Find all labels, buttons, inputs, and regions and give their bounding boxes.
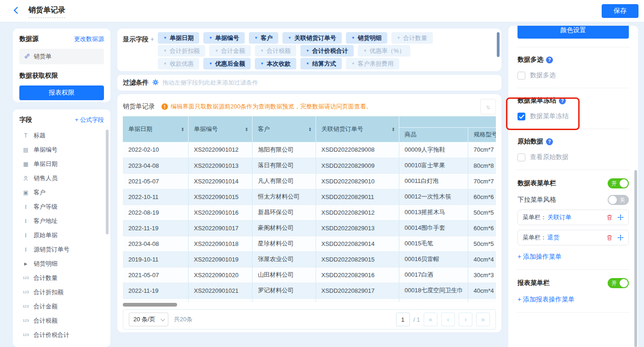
table-row[interactable]: 2022-08-19XS20220901016新昌环保公司XSDD2022082… [123, 205, 496, 220]
trash-icon[interactable] [606, 234, 613, 241]
table-cell: XS20220901017 [188, 220, 252, 236]
field-item[interactable]: ▣客户 [19, 185, 104, 199]
table-cell: 2019-10-11 [123, 251, 188, 267]
dropdown-style-toggle[interactable]: 关 [608, 195, 629, 205]
menu-card-list: 菜单栏：关联订单菜单栏：退货 [518, 210, 629, 245]
chevron-down-icon [161, 317, 165, 321]
field-item[interactable]: I客户等级 [19, 199, 104, 214]
table-row[interactable]: 2022-11-19XS20220901017豪阁材料公司XSDD2022082… [123, 220, 496, 236]
help-icon[interactable]: ? [546, 57, 553, 63]
change-datasource-link[interactable]: 更改数据源 [74, 35, 104, 43]
raw-data-checkbox[interactable] [518, 154, 525, 161]
next-page-button[interactable]: › [459, 313, 472, 326]
field-item[interactable]: 销售人员 [19, 171, 104, 185]
add-display-field-icon[interactable]: + [150, 35, 154, 43]
sort-icon[interactable]: ▲▼ [181, 127, 184, 131]
table-row[interactable]: 2021-05-07XS20220901014凡人有限公司XSDD2022082… [123, 173, 496, 189]
table-row[interactable]: 2022-11-19XS20220901021罗记材料公司XSDD2022082… [123, 283, 496, 298]
column-header[interactable]: 单据日期▲▼ [123, 116, 188, 142]
table-row[interactable]: 2021-05-07XS20220901020山田材料公司XSDD2022082… [123, 267, 496, 283]
caret-down-icon: ▼ [397, 36, 401, 40]
display-fields-scrollbar[interactable] [497, 32, 500, 57]
display-field-tag[interactable]: ▼客户承担费用 [346, 58, 399, 69]
display-field-tag[interactable]: ▼关联销货订单号 [282, 32, 342, 44]
display-field-tag[interactable]: ▼合计折扣额 [158, 45, 205, 57]
table-menubar-toggle[interactable]: 开 [608, 178, 629, 188]
sort-order-button[interactable]: ↑↓ [480, 99, 496, 114]
field-item[interactable]: I源销货订单号 [19, 242, 104, 256]
move-icon[interactable] [617, 214, 624, 221]
table-row[interactable]: 2022-10-11XS20220901015恒太方材料公司XSDD202208… [123, 189, 496, 205]
save-button[interactable]: 保存 [602, 4, 638, 18]
table-row[interactable]: 2023-04-08XS20220901013落日有限公司XSDD2022082… [123, 158, 496, 173]
move-icon[interactable] [617, 234, 624, 241]
person-icon [22, 176, 29, 181]
column-header[interactable]: 关联销货订单号▲▼ [316, 116, 399, 142]
field-item[interactable]: 123合计数量 [19, 271, 104, 285]
display-field-tag[interactable]: ▼收款优惠 [158, 58, 199, 69]
display-field-tag[interactable]: ▼单据日期 [158, 32, 199, 44]
help-icon[interactable]: ? [559, 97, 566, 104]
color-settings-button[interactable]: 颜色设置 [518, 26, 629, 39]
table-cell: 00016贝雷帽 [399, 251, 468, 267]
page-number-input[interactable]: 1 [396, 313, 410, 326]
field-item[interactable]: I客户地址 [19, 214, 104, 228]
field-item[interactable]: 123合计金额 [19, 299, 104, 313]
field-item[interactable]: 123合计价税合计 [19, 328, 104, 342]
display-field-tag[interactable]: ▼合计税额 [255, 45, 296, 57]
back-icon[interactable] [14, 7, 19, 13]
page-title[interactable]: 销货单记录 [29, 6, 65, 18]
field-item[interactable]: ▦单据日期 [19, 157, 104, 171]
display-field-tag[interactable]: ▼优惠后金额 [203, 58, 251, 69]
gear-icon[interactable] [152, 79, 159, 87]
column-header[interactable]: 单据编号▲▼ [188, 116, 252, 142]
settings-scrollbar[interactable] [634, 170, 637, 347]
table-row[interactable]: 2019-10-11XS20220901019张屋农业公司XSDD2022082… [123, 251, 496, 267]
field-item[interactable]: 123合计折扣额 [19, 285, 104, 299]
table-horizontal-scrollbar[interactable] [123, 303, 496, 307]
datasource-item[interactable]: 销货单 [19, 49, 104, 64]
field-item[interactable]: 123合计税额 [19, 313, 104, 328]
display-field-tag[interactable]: ▼销货明细 [346, 32, 387, 44]
table-row[interactable]: 2022-02-10XS20220901012旭阳有限公司XSDD2022082… [123, 142, 496, 158]
h-scrollbar-thumb[interactable] [123, 303, 177, 307]
field-item[interactable]: I原始单据 [19, 228, 104, 242]
sort-icon[interactable]: ▲▼ [392, 127, 395, 131]
add-action-menu-link[interactable]: + 添加操作菜单 [518, 253, 562, 261]
page-size-select[interactable]: 20 条/页 [129, 313, 168, 326]
table-warning: ! 编辑界面只取数据源前200条作为查询数据预览，完整数据请访问页面查看。 [161, 102, 474, 111]
sort-icon[interactable]: ▲▼ [245, 127, 248, 131]
last-page-button[interactable]: » [476, 313, 490, 326]
display-field-tag[interactable]: ▼合计数量 [391, 32, 433, 44]
number-icon: 123 [22, 333, 29, 337]
total-count: 共20条 [174, 315, 192, 324]
table-row[interactable]: 2023-04-08XS20220901018星珍材料公司XSDD2022082… [123, 236, 496, 251]
prev-page-button[interactable]: ‹ [441, 313, 455, 326]
field-item[interactable]: T标题 [19, 128, 104, 142]
field-item[interactable]: ▤单据编号 [19, 142, 104, 157]
display-field-tag[interactable]: ▼合计价税合计 [300, 45, 354, 57]
display-field-tag[interactable]: ▼客户 [249, 32, 278, 44]
multi-select-checkbox[interactable] [518, 72, 525, 80]
field-item[interactable]: ▶销货明细 [19, 256, 104, 271]
display-field-tag[interactable]: ▼单据编号 [203, 32, 245, 44]
field-item-label: 销售人员 [34, 174, 58, 182]
display-field-tag[interactable]: ▼本次收款 [255, 58, 296, 69]
first-page-button[interactable]: « [424, 313, 437, 326]
report-menubar-toggle[interactable]: 开 [608, 278, 629, 288]
trash-icon[interactable] [606, 214, 613, 221]
display-fields-card: 显示字段+ ▼单据日期▼单据编号▼客户▼关联销货订单号▼销货明细▼合计数量▼合计… [117, 28, 501, 71]
sort-icon[interactable]: ▲▼ [309, 127, 312, 131]
add-formula-field-link[interactable]: + 公式字段 [75, 116, 104, 124]
fields-scrollbar[interactable] [106, 130, 109, 234]
menu-freeze-checkbox[interactable] [518, 113, 525, 120]
display-field-tag[interactable]: ▼优惠率（%） [358, 45, 410, 57]
help-icon[interactable]: ? [546, 138, 553, 145]
display-field-tag[interactable]: ▼结算方式 [300, 58, 342, 69]
table-cell [252, 298, 316, 302]
add-report-menu-link[interactable]: + 添加报表操作菜单 [518, 296, 575, 304]
report-permission-button[interactable]: 报表权限 [19, 85, 104, 100]
tag-label: 单据编号 [215, 34, 239, 42]
display-field-tag[interactable]: ▼合计金额 [209, 45, 251, 57]
column-header[interactable]: 客户▲▼ [252, 116, 316, 142]
